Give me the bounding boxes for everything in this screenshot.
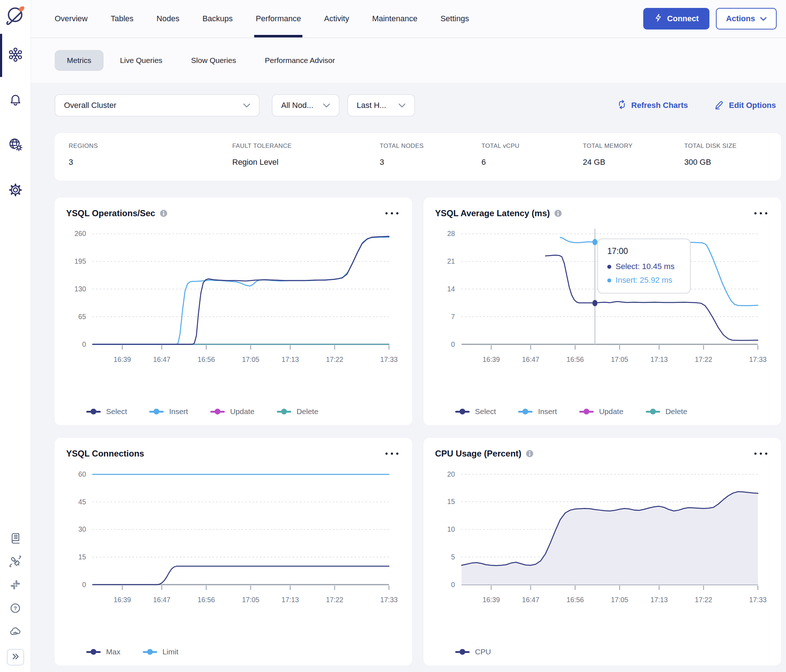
svg-text:17:33: 17:33: [380, 356, 398, 364]
tab-settings[interactable]: Settings: [440, 0, 469, 38]
svg-text:17:22: 17:22: [695, 356, 712, 364]
chart-card-cpu-usage: CPU Usage (Percent) 0510152016:3916:4716…: [424, 438, 781, 666]
svg-text:17:13: 17:13: [651, 356, 668, 364]
svg-text:0: 0: [82, 581, 86, 589]
legend-item-update: Update: [210, 407, 255, 416]
tab-tables[interactable]: Tables: [111, 0, 134, 38]
refresh-charts-button[interactable]: Refresh Charts: [617, 100, 688, 112]
legend-item-select: Select: [86, 407, 127, 416]
sidebar-item-settings[interactable]: [0, 179, 31, 202]
charts-grid: YSQL Operations/Sec 06513019526016:3916:…: [55, 197, 781, 672]
tab-nodes[interactable]: Nodes: [156, 0, 179, 38]
sidebar-item-alerts[interactable]: [0, 89, 31, 112]
sidebar-item-network[interactable]: [0, 134, 31, 157]
docs-book-icon[interactable]: [9, 532, 21, 545]
svg-text:16:47: 16:47: [153, 356, 170, 364]
sidebar-bottom-nav: ?: [7, 532, 24, 666]
subtab-metrics[interactable]: Metrics: [55, 50, 104, 71]
svg-text:0: 0: [451, 341, 455, 348]
brand-logo[interactable]: [4, 4, 27, 27]
svg-text:?: ?: [14, 605, 17, 611]
legend-item-delete: Delete: [277, 407, 319, 416]
legend-marker: [518, 408, 533, 415]
actions-button[interactable]: Actions: [716, 8, 777, 30]
tab-backups[interactable]: Backups: [203, 0, 233, 38]
time-range-select[interactable]: Last H...: [347, 94, 415, 116]
svg-text:16:47: 16:47: [153, 596, 170, 604]
sidebar-nav: [0, 44, 31, 202]
chevron-down-icon: [398, 101, 406, 110]
svg-text:16:56: 16:56: [566, 596, 583, 604]
chart-menu-button[interactable]: [383, 210, 401, 217]
svg-text:17:05: 17:05: [611, 356, 628, 364]
cluster-select[interactable]: Overall Cluster: [55, 94, 259, 116]
chart-menu-button[interactable]: [752, 450, 769, 457]
subtab-slow-queries[interactable]: Slow Queries: [179, 50, 248, 71]
svg-text:17:13: 17:13: [281, 356, 299, 364]
chart-menu-button[interactable]: [752, 210, 769, 217]
info-icon[interactable]: [526, 450, 534, 458]
legend-item-insert: Insert: [149, 407, 188, 416]
chart-title: YSQL Operations/Sec: [66, 208, 155, 218]
svg-text:16:39: 16:39: [483, 596, 500, 604]
lightning-icon: [654, 13, 663, 24]
legend-marker: [646, 408, 660, 415]
legend-item-cpu: CPU: [455, 648, 491, 656]
tab-overview[interactable]: Overview: [55, 0, 88, 38]
integrations-plug-icon[interactable]: [9, 556, 21, 569]
actions-label: Actions: [726, 14, 755, 24]
tab-performance[interactable]: Performance: [256, 0, 301, 38]
chart-card-ysql-latency: YSQL Average Latency (ms) 0714212816:391…: [424, 197, 781, 425]
cloud-status-icon[interactable]: [9, 626, 21, 639]
svg-text:16:47: 16:47: [522, 596, 539, 604]
legend-marker: [143, 648, 157, 655]
legend-marker: [579, 408, 594, 415]
sidebar-item-clusters[interactable]: [0, 44, 31, 67]
legend-item-limit: Limit: [143, 648, 178, 656]
svg-text:17:33: 17:33: [380, 596, 398, 604]
refresh-icon: [617, 100, 627, 112]
info-icon[interactable]: [554, 209, 562, 217]
legend-marker: [210, 408, 225, 415]
slack-icon[interactable]: [9, 579, 21, 592]
svg-text:16:47: 16:47: [522, 356, 539, 364]
svg-text:17:22: 17:22: [695, 596, 712, 604]
connect-label: Connect: [667, 14, 699, 24]
cluster-tabs: Overview Tables Nodes Backups Performanc…: [55, 0, 469, 38]
legend-item-insert: Insert: [518, 407, 557, 416]
edit-options-button[interactable]: Edit Options: [714, 100, 776, 112]
legend-label: Max: [106, 648, 121, 656]
metrics-content: Overall Cluster All Nod... Last H...: [31, 83, 786, 672]
chevron-down-icon: [760, 14, 767, 24]
nodes-select[interactable]: All Nod...: [272, 94, 340, 116]
line-chart: 06513019526016:3916:4716:5617:0517:1317:…: [66, 223, 401, 376]
stat-total-nodes: TOTAL NODES 3: [380, 142, 481, 181]
subtab-live-queries[interactable]: Live Queries: [108, 50, 175, 71]
subtab-performance-advisor[interactable]: Performance Advisor: [252, 50, 347, 71]
stat-value: 6: [481, 157, 583, 167]
series-dot: [607, 279, 611, 282]
svg-text:7: 7: [451, 313, 455, 321]
edit-options-label: Edit Options: [729, 101, 776, 110]
connect-button[interactable]: Connect: [643, 8, 709, 30]
gear-icon: [8, 183, 23, 198]
stat-label: TOTAL NODES: [380, 142, 481, 150]
tab-activity[interactable]: Activity: [324, 0, 349, 38]
stat-label: TOTAL vCPU: [481, 142, 583, 150]
svg-text:10: 10: [447, 526, 455, 533]
svg-text:28: 28: [447, 230, 455, 238]
help-icon[interactable]: ?: [9, 602, 21, 615]
cluster-top-nav: Overview Tables Nodes Backups Performanc…: [31, 0, 786, 38]
legend-item-delete: Delete: [646, 407, 687, 416]
legend-item-max: Max: [86, 648, 121, 656]
tab-maintenance[interactable]: Maintenance: [372, 0, 417, 38]
refresh-charts-label: Refresh Charts: [631, 101, 688, 110]
cluster-stats-card: REGIONS 3 FAULT TOLERANCE Region Level T…: [55, 133, 781, 181]
sidebar-expand-button[interactable]: [7, 649, 24, 666]
line-chart: 01530456016:3916:4716:5617:0517:1317:221…: [66, 464, 401, 616]
svg-text:16:56: 16:56: [566, 356, 583, 364]
info-icon[interactable]: [160, 209, 168, 217]
svg-text:17:13: 17:13: [651, 596, 668, 604]
chart-menu-button[interactable]: [383, 450, 401, 457]
main-area: Overview Tables Nodes Backups Performanc…: [31, 0, 786, 672]
